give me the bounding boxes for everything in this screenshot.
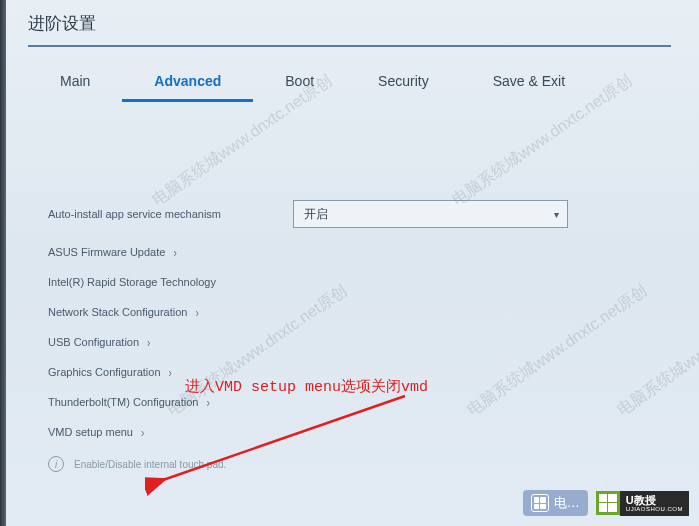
- menu-asus-firmware[interactable]: ASUS Firmware Update ›: [48, 246, 651, 258]
- asus-firmware-label: ASUS Firmware Update: [48, 246, 165, 258]
- page-title: 进阶设置: [28, 12, 671, 47]
- grid-icon: [531, 494, 549, 512]
- tab-main[interactable]: Main: [28, 63, 122, 102]
- tab-security[interactable]: Security: [346, 63, 461, 102]
- auto-install-label: Auto-install app service mechanism: [48, 208, 293, 220]
- menu-intel-rst[interactable]: Intel(R) Rapid Storage Technology: [48, 276, 651, 288]
- vmd-setup-label: VMD setup menu: [48, 426, 133, 438]
- tab-save-exit[interactable]: Save & Exit: [461, 63, 597, 102]
- usb-config-label: USB Configuration: [48, 336, 139, 348]
- chevron-right-icon: ›: [141, 425, 144, 438]
- logo-dian: 电…: [523, 490, 588, 516]
- menu-network-stack[interactable]: Network Stack Configuration ›: [48, 306, 651, 318]
- tab-advanced[interactable]: Advanced: [122, 63, 253, 102]
- intel-rst-label: Intel(R) Rapid Storage Technology: [48, 276, 216, 288]
- graphics-config-label: Graphics Configuration: [48, 366, 161, 378]
- help-text: Enable/Disable internal touch pad.: [74, 459, 226, 470]
- chevron-right-icon: ›: [195, 305, 198, 318]
- tab-boot[interactable]: Boot: [253, 63, 346, 102]
- content-panel: Auto-install app service mechanism 开启 AS…: [0, 110, 699, 472]
- logo-ujiaoshou-main: U教授: [626, 495, 683, 506]
- menu-usb-config[interactable]: USB Configuration ›: [48, 336, 651, 348]
- setting-auto-install: Auto-install app service mechanism 开启: [48, 200, 651, 228]
- menu-vmd-setup[interactable]: VMD setup menu ›: [48, 426, 651, 438]
- chevron-right-icon: ›: [147, 335, 150, 348]
- auto-install-value: 开启: [304, 206, 328, 223]
- info-icon: i: [48, 456, 64, 472]
- thunderbolt-config-label: Thunderbolt(TM) Configuration: [48, 396, 198, 408]
- logo-ujiaoshou-sub: UJIAOSHOU.COM: [626, 506, 683, 512]
- annotation-text: 进入VMD setup menu选项关闭vmd: [185, 377, 428, 396]
- logo-ujiaoshou: U教授 UJIAOSHOU.COM: [596, 491, 689, 516]
- chevron-right-icon: ›: [206, 395, 209, 408]
- menu-thunderbolt-config[interactable]: Thunderbolt(TM) Configuration ›: [48, 396, 651, 408]
- chevron-right-icon: ›: [169, 365, 172, 378]
- logo-dian-text: 电…: [554, 494, 580, 512]
- tabs-bar: Main Advanced Boot Security Save & Exit: [28, 47, 671, 110]
- network-stack-label: Network Stack Configuration: [48, 306, 187, 318]
- auto-install-select[interactable]: 开启: [293, 200, 568, 228]
- help-row: i Enable/Disable internal touch pad.: [48, 456, 651, 472]
- windows-icon: [596, 491, 620, 515]
- chevron-right-icon: ›: [173, 245, 176, 258]
- logo-strip: 电… U教授 UJIAOSHOU.COM: [523, 490, 689, 516]
